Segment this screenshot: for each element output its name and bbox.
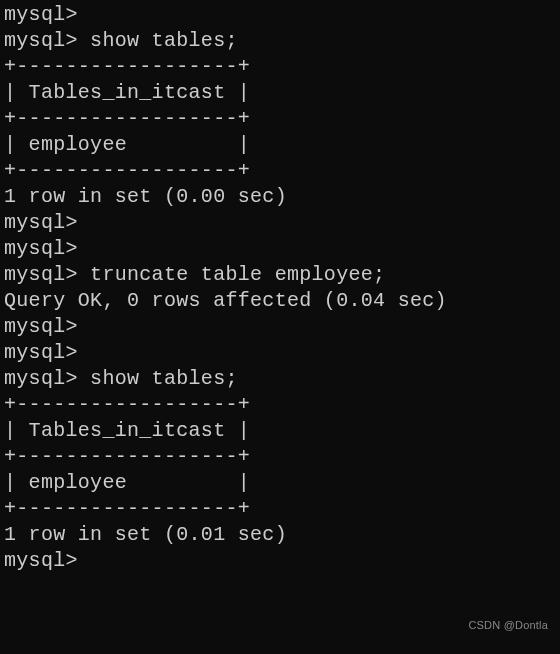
terminal-line-result: 1 row in set (0.01 sec) xyxy=(4,522,556,548)
terminal-line-border: +------------------+ xyxy=(4,496,556,522)
terminal-line-command: mysql> truncate table employee; xyxy=(4,262,556,288)
terminal-line-command: mysql> show tables; xyxy=(4,28,556,54)
terminal-line-border: +------------------+ xyxy=(4,444,556,470)
terminal-line-border: +------------------+ xyxy=(4,158,556,184)
terminal-line-row: | employee | xyxy=(4,470,556,496)
terminal-line-prompt: mysql> xyxy=(4,548,556,574)
terminal-line-prompt: mysql> xyxy=(4,210,556,236)
terminal-line-command: mysql> show tables; xyxy=(4,366,556,392)
terminal-line-header: | Tables_in_itcast | xyxy=(4,418,556,444)
terminal-line-border: +------------------+ xyxy=(4,106,556,132)
terminal-line-border: +------------------+ xyxy=(4,54,556,80)
watermark-text: CSDN @Dontla xyxy=(468,618,548,632)
terminal-line-prompt: mysql> xyxy=(4,314,556,340)
terminal-line-result: 1 row in set (0.00 sec) xyxy=(4,184,556,210)
terminal-line-row: | employee | xyxy=(4,132,556,158)
terminal-line-prompt: mysql> xyxy=(4,340,556,366)
terminal-line-header: | Tables_in_itcast | xyxy=(4,80,556,106)
terminal-line-border: +------------------+ xyxy=(4,392,556,418)
terminal-line-prompt: mysql> xyxy=(4,2,556,28)
terminal-line-result: Query OK, 0 rows affected (0.04 sec) xyxy=(4,288,556,314)
terminal-line-prompt: mysql> xyxy=(4,236,556,262)
